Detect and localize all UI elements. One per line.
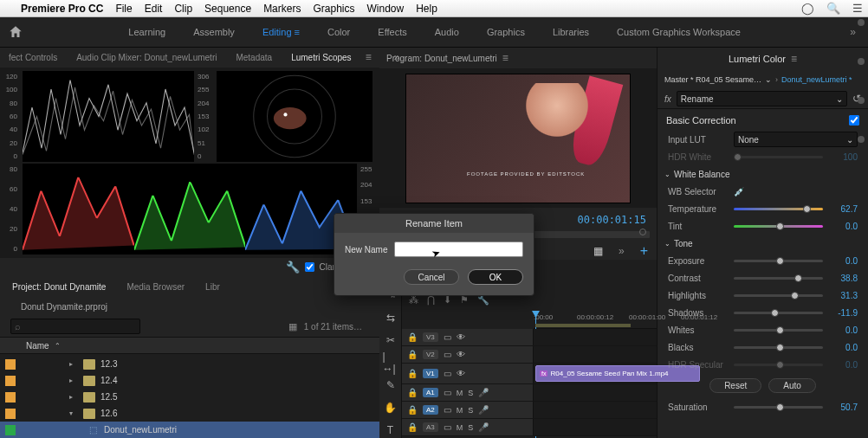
zoom-handle[interactable] [858, 58, 865, 65]
mic-icon[interactable]: 🎤 [478, 388, 489, 397]
whites-slider[interactable] [734, 329, 823, 332]
work-area-bar[interactable] [535, 324, 631, 327]
bin-row[interactable]: ▸ 12.4 [0, 372, 379, 389]
pen-tool[interactable]: ✎ [383, 377, 398, 393]
bin-row[interactable]: ▸ 12.5 [0, 389, 379, 405]
zoom-handle[interactable] [858, 97, 865, 104]
mic-icon[interactable]: 🎤 [478, 422, 489, 432]
track-label[interactable]: V2 [423, 350, 438, 359]
ripple-tool[interactable]: ⇆ [383, 310, 398, 325]
track-label[interactable]: A3 [423, 422, 438, 432]
cc-icon[interactable]: ◯ [801, 2, 814, 15]
track-body[interactable] [534, 346, 657, 363]
panel-menu-icon[interactable]: ≡ [366, 51, 372, 63]
ok-button[interactable]: OK [468, 269, 523, 285]
track-label[interactable]: A1 [423, 388, 438, 397]
out-marker[interactable] [639, 229, 646, 235]
ws-editing[interactable]: Editing ≡ [252, 23, 310, 41]
shadows-value[interactable]: -11.9 [830, 308, 858, 318]
tab-program[interactable]: Program: Donut_newLumetri [386, 54, 497, 63]
track-body[interactable]: fx R04_05 Sesame Seed Pan Mix 1.mp4 [534, 364, 657, 383]
view-icon[interactable]: ▦ [288, 321, 297, 332]
app-name[interactable]: Premiere Pro CC [21, 3, 103, 15]
tab-media-browser[interactable]: Media Browser [121, 282, 190, 292]
mic-icon[interactable]: 🎤 [478, 405, 489, 415]
ws-assembly[interactable]: Assembly [183, 23, 245, 41]
toggle-output-icon[interactable]: ▭ [444, 350, 451, 359]
section-basic-correction[interactable]: Basic Correction [657, 108, 868, 131]
lumetri-panel-tab[interactable]: Lumetri Color ≡ [657, 48, 868, 70]
track-body[interactable] [534, 329, 657, 345]
zoom-handle[interactable] [858, 19, 865, 26]
tab-audio-mixer[interactable]: Audio Clip Mixer: Donut_newLumetri [71, 53, 222, 62]
home-icon[interactable] [7, 24, 24, 40]
tint-slider[interactable] [734, 225, 823, 228]
toggle-output-icon[interactable]: ▭ [444, 369, 451, 378]
menu-file[interactable]: File [115, 3, 132, 15]
contrast-slider[interactable] [734, 277, 823, 280]
eyedropper-icon[interactable]: 💉 [734, 187, 744, 196]
wrench-icon[interactable]: 🔧 [286, 261, 300, 274]
lock-icon[interactable]: 🔒 [407, 422, 418, 432]
contrast-value[interactable]: 38.8 [830, 274, 858, 283]
menu-help[interactable]: Help [416, 3, 437, 15]
export-frame-button[interactable]: ▦ [592, 243, 605, 259]
menu-markers[interactable]: Markers [263, 3, 301, 15]
saturation-slider[interactable] [734, 406, 823, 409]
ws-libraries[interactable]: Libraries [542, 23, 599, 41]
shadows-slider[interactable] [734, 312, 823, 314]
tab-lumetri-scopes[interactable]: Lumetri Scopes [286, 53, 356, 62]
lock-icon[interactable]: 🔒 [407, 332, 418, 342]
track-body[interactable] [534, 384, 657, 401]
effect-dropdown[interactable]: Rename⌄ [677, 91, 847, 106]
temperature-value[interactable]: 62.7 [830, 204, 858, 214]
exposure-value[interactable]: 0.0 [830, 256, 858, 266]
lock-icon[interactable]: 🔒 [407, 388, 418, 397]
ws-color[interactable]: Color [317, 23, 360, 41]
tint-value[interactable]: 0.0 [830, 222, 858, 231]
toggle-output-icon[interactable]: ▭ [444, 405, 451, 415]
blacks-slider[interactable] [734, 346, 823, 349]
search-icon[interactable]: 🔍 [826, 2, 840, 15]
out-timecode[interactable]: 00:00:01:15 [578, 214, 646, 226]
search-input[interactable] [24, 322, 136, 332]
bin-row[interactable]: ▸ 12.3 [0, 356, 379, 372]
add-button[interactable]: + [638, 242, 650, 261]
solo-button[interactable]: S [468, 406, 473, 415]
lock-icon[interactable]: 🔒 [407, 405, 418, 415]
toggle-output-icon[interactable]: ▭ [444, 388, 451, 397]
twisty-icon[interactable]: ▸ [69, 393, 78, 401]
reset-button[interactable]: Reset [709, 378, 761, 393]
twisty-icon[interactable]: ▸ [69, 360, 78, 368]
tab-libraries[interactable]: Libr [200, 282, 225, 292]
type-tool[interactable]: T [383, 422, 398, 438]
track-body[interactable] [534, 419, 657, 435]
track-label[interactable]: A2 [423, 405, 438, 415]
list-icon[interactable]: ☰ [852, 2, 863, 15]
temperature-slider[interactable] [734, 208, 823, 210]
mute-button[interactable]: M [457, 423, 463, 432]
lock-icon[interactable]: 🔒 [407, 350, 418, 359]
ws-custom[interactable]: Custom Graphics Workspace [606, 23, 751, 41]
mute-button[interactable]: M [457, 389, 463, 397]
chevron-down-icon[interactable]: ⌄ [765, 75, 772, 84]
exposure-slider[interactable] [734, 260, 823, 262]
tab-metadata[interactable]: Metadata [230, 53, 277, 62]
blacks-value[interactable]: 0.0 [830, 343, 858, 352]
eye-icon[interactable]: 👁 [457, 332, 465, 342]
panel-menu-icon[interactable]: ≡ [791, 53, 797, 65]
track-label[interactable]: V1 [423, 369, 438, 378]
input-lut-dropdown[interactable]: None⌄ [734, 132, 858, 147]
fx-icon[interactable]: fx [664, 94, 671, 104]
highlights-value[interactable]: 31.3 [830, 291, 858, 300]
white-balance-header[interactable]: ⌄White Balance [657, 165, 868, 183]
cancel-button[interactable]: Cancel [404, 269, 459, 285]
slip-tool[interactable]: |↔| [383, 355, 398, 370]
master-label[interactable]: Master * R04_05 Sesame… [664, 75, 761, 84]
whites-value[interactable]: 0.0 [830, 325, 858, 335]
saturation-value[interactable]: 50.7 [830, 403, 858, 412]
ws-audio[interactable]: Audio [424, 23, 470, 41]
mute-button[interactable]: M [457, 406, 463, 415]
menu-window[interactable]: Window [367, 3, 405, 15]
bin-row[interactable]: ⬚ Donut_newLumetri [0, 422, 379, 438]
